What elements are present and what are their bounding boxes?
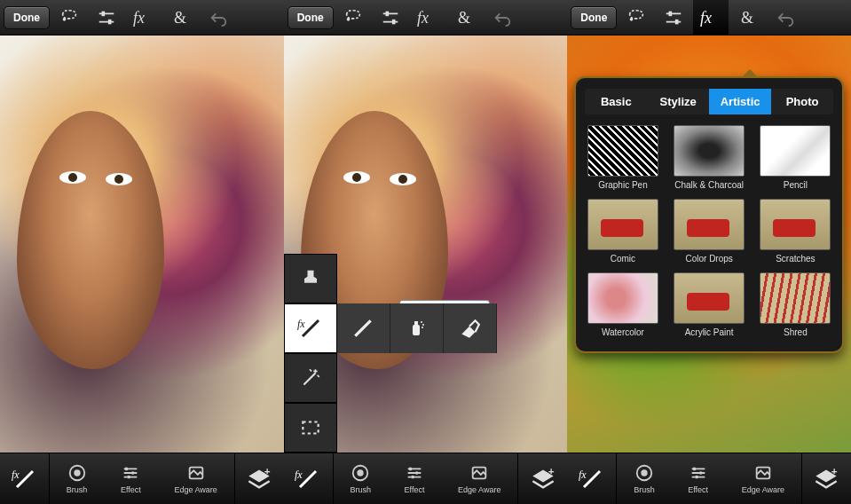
undo-icon[interactable] [485, 0, 520, 35]
svg-rect-14 [385, 11, 389, 16]
svg-rect-2 [108, 19, 112, 24]
edge-aware-button[interactable]: Edge Aware [742, 463, 784, 494]
ampersand-icon[interactable]: & [730, 0, 766, 35]
svg-rect-24 [303, 422, 318, 434]
brush-label: Brush [634, 485, 655, 494]
adjust-icon[interactable] [656, 0, 691, 35]
fx-thumb [674, 272, 745, 324]
lasso-icon[interactable] [335, 0, 371, 35]
fx-thumb [760, 272, 831, 324]
fx-graphic-pen[interactable]: Graphic Pen [585, 125, 660, 190]
undo-icon[interactable] [201, 0, 236, 35]
edge-aware-button[interactable]: Edge Aware [174, 463, 217, 494]
svg-point-10 [128, 476, 131, 479]
subtool-spray-icon[interactable] [390, 303, 444, 353]
adjust-icon[interactable] [373, 0, 408, 35]
fx-label: Comic [611, 254, 635, 264]
tab-basic[interactable]: Basic [585, 89, 647, 114]
edge-label: Edge Aware [742, 485, 784, 494]
effect-label: Effect [405, 485, 425, 494]
topbar: Done fx & [0, 0, 284, 35]
layers-icon[interactable]: + [517, 453, 567, 504]
fx-label: Scratches [776, 254, 815, 264]
fx-brush-icon[interactable]: fx [567, 453, 617, 504]
effect-label: Effect [688, 485, 708, 494]
canvas[interactable]: Basic Stylize Artistic Photo Graphic Pen… [567, 35, 851, 453]
svg-point-8 [125, 468, 129, 471]
eye [59, 171, 86, 184]
effect-button[interactable]: Effect [688, 463, 708, 494]
brush-button[interactable]: Brush [67, 463, 88, 494]
fx-chalk-charcoal[interactable]: Chalk & Charcoal [672, 125, 747, 190]
svg-rect-34 [669, 11, 673, 16]
layers-icon[interactable]: + [234, 453, 284, 504]
fx-thumb [760, 199, 831, 250]
magic-wand-icon[interactable] [284, 353, 337, 403]
svg-rect-18 [413, 325, 420, 335]
svg-point-21 [422, 324, 424, 326]
fx-icon[interactable]: fx [410, 0, 445, 35]
subtool-brush-icon[interactable] [337, 303, 390, 353]
ampersand-icon[interactable]: & [163, 0, 199, 35]
done-button[interactable]: Done [4, 6, 50, 29]
subtool-row [337, 303, 497, 353]
screen-2: Done fx & Effects Paint Tool fx fx Brush [284, 0, 568, 504]
fx-brush-icon[interactable]: fx [284, 453, 334, 504]
canvas[interactable]: Effects Paint Tool fx [284, 35, 568, 453]
fx-acrylic-paint[interactable]: Acrylic Paint [672, 272, 747, 337]
svg-point-0 [63, 18, 67, 21]
svg-text:&: & [741, 9, 753, 27]
fx-scratches[interactable]: Scratches [758, 199, 833, 264]
fx-brush-icon[interactable]: fx [0, 453, 50, 504]
svg-text:fx: fx [295, 469, 303, 481]
edge-aware-button[interactable]: Edge Aware [458, 463, 500, 494]
fx-brush-tool-icon[interactable]: fx [284, 303, 337, 353]
effect-button[interactable]: Effect [121, 463, 141, 494]
ampersand-icon[interactable]: & [447, 0, 483, 35]
brush-button[interactable]: Brush [350, 463, 371, 494]
fx-thumb [674, 199, 745, 250]
fx-shred[interactable]: Shred [758, 272, 833, 337]
stamp-tool-icon[interactable] [284, 254, 337, 303]
fx-label: Graphic Pen [598, 180, 648, 190]
fx-comic[interactable]: Comic [585, 199, 660, 264]
svg-text:+: + [264, 467, 271, 476]
svg-point-29 [415, 471, 419, 475]
fx-thumb [587, 125, 658, 177]
svg-text:+: + [548, 467, 555, 476]
svg-point-22 [422, 327, 423, 328]
fx-icon[interactable]: fx [693, 0, 729, 35]
bottombar: fx Brush Effect Edge Aware + [284, 453, 568, 504]
svg-text:fx: fx [417, 9, 429, 27]
done-button[interactable]: Done [571, 6, 617, 29]
eye [106, 173, 132, 185]
adjust-icon[interactable] [89, 0, 124, 35]
layers-icon[interactable]: + [801, 453, 851, 504]
marquee-tool-icon[interactable] [284, 403, 337, 453]
tab-artistic[interactable]: Artistic [709, 89, 771, 114]
svg-rect-35 [675, 19, 679, 24]
svg-point-13 [346, 18, 350, 21]
done-button[interactable]: Done [288, 6, 334, 29]
svg-point-40 [641, 469, 647, 476]
bottombar: fx Brush Effect Edge Aware + [0, 453, 284, 504]
tab-stylize[interactable]: Stylize [647, 89, 709, 114]
lasso-icon[interactable] [51, 0, 87, 35]
undo-icon[interactable] [768, 0, 803, 35]
fx-color-drops[interactable]: Color Drops [672, 199, 747, 264]
fx-watercolor[interactable]: Watercolor [585, 272, 660, 337]
svg-point-7 [74, 469, 80, 476]
fx-thumb [587, 272, 658, 324]
lasso-icon[interactable] [619, 0, 654, 35]
brush-button[interactable]: Brush [634, 463, 655, 494]
effect-button[interactable]: Effect [405, 463, 425, 494]
svg-rect-1 [102, 11, 106, 16]
fx-icon[interactable]: fx [126, 0, 162, 35]
tab-photo[interactable]: Photo [771, 89, 833, 114]
subtool-eraser-icon[interactable] [444, 303, 497, 353]
fx-thumb [674, 125, 745, 177]
canvas[interactable] [0, 35, 284, 453]
effect-label: Effect [121, 485, 141, 494]
fx-grid: Graphic Pen Chalk & Charcoal Pencil Comi… [585, 125, 833, 337]
fx-pencil[interactable]: Pencil [758, 125, 833, 190]
